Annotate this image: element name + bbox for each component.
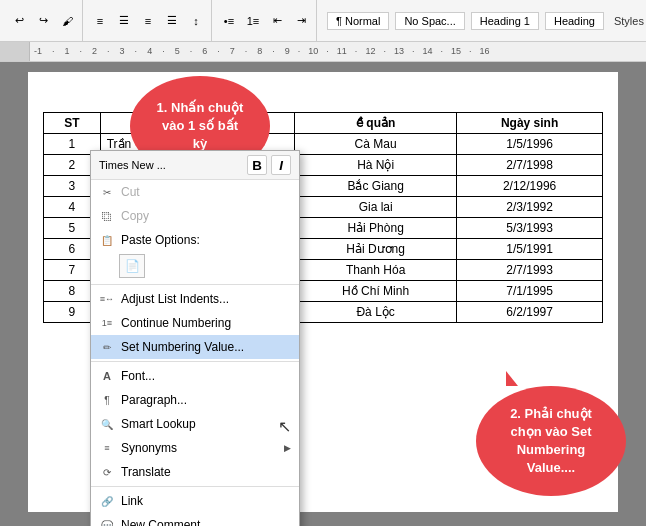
increase-indent-button[interactable]: ⇥ <box>290 10 312 32</box>
align-left-button[interactable]: ≡ <box>89 10 111 32</box>
cut-label: Cut <box>121 185 291 199</box>
paragraph-label: Paragraph... <box>121 393 291 407</box>
menu-item-synonyms[interactable]: ≡ Synonyms ▶ <box>91 436 299 460</box>
redo-button[interactable]: ↪ <box>32 10 54 32</box>
paste-options-icon: 📋 <box>99 232 115 248</box>
undo-button[interactable]: ↩ <box>8 10 30 32</box>
cell-date: 2/7/1998 <box>457 155 603 176</box>
font-name-label: Times New ... <box>99 159 243 171</box>
italic-button[interactable]: I <box>271 155 291 175</box>
cut-icon: ✂ <box>99 184 115 200</box>
cell-quan: Đà Lộc <box>295 302 457 323</box>
format-painter-button[interactable]: 🖌 <box>56 10 78 32</box>
separator-1 <box>91 284 299 285</box>
link-icon: 🔗 <box>99 493 115 509</box>
cell-quan: Thanh Hóa <box>295 260 457 281</box>
document-area: ✛ ST ề quản Ngày sinh 1 Trần Văn A... Cà… <box>0 62 646 526</box>
styles-section: ¶ Normal No Spac... Heading 1 Heading St… <box>319 12 646 30</box>
cell-quan: Hải Phòng <box>295 218 457 239</box>
callout-2: 2. Phải chuột chọn vào Set Numbering Val… <box>476 386 626 496</box>
new-comment-icon: 💬 <box>99 517 115 526</box>
cell-quan: Hồ Chí Minh <box>295 281 457 302</box>
font-label: Font... <box>121 369 291 383</box>
link-label: Link <box>121 494 291 508</box>
style-normal[interactable]: ¶ Normal <box>327 12 389 30</box>
toolbar-align-section: ≡ ☰ ≡ ☰ ↕ <box>85 0 212 41</box>
paste-sub-row: 📄 <box>91 252 299 282</box>
cell-date: 5/3/1993 <box>457 218 603 239</box>
style-heading[interactable]: Heading <box>545 12 604 30</box>
numbering-button[interactable]: 1≡ <box>242 10 264 32</box>
style-heading1[interactable]: Heading 1 <box>471 12 539 30</box>
set-numbering-icon: ✏ <box>99 339 115 355</box>
menu-item-smart-lookup[interactable]: 🔍 Smart Lookup <box>91 412 299 436</box>
menu-item-paste-options[interactable]: 📋 Paste Options: <box>91 228 299 252</box>
menu-item-translate[interactable]: ⟳ Translate <box>91 460 299 484</box>
toolbar: ↩ ↪ 🖌 ≡ ☰ ≡ ☰ ↕ •≡ 1≡ ⇤ ⇥ ¶ Normal No Sp… <box>0 0 646 42</box>
separator-3 <box>91 486 299 487</box>
cell-quan: Cà Mau <box>295 134 457 155</box>
bold-button[interactable]: B <box>247 155 267 175</box>
decrease-indent-button[interactable]: ⇤ <box>266 10 288 32</box>
styles-label: Styles <box>610 15 646 27</box>
menu-item-copy[interactable]: ⿻ Copy <box>91 204 299 228</box>
table-header-quan: ề quản <box>295 113 457 134</box>
cell-date: 1/5/1991 <box>457 239 603 260</box>
menu-item-cut[interactable]: ✂ Cut <box>91 180 299 204</box>
copy-icon: ⿻ <box>99 208 115 224</box>
smart-lookup-label: Smart Lookup <box>121 417 291 431</box>
align-right-button[interactable]: ≡ <box>137 10 159 32</box>
bullets-button[interactable]: •≡ <box>218 10 240 32</box>
new-comment-label: New Comment <box>121 518 291 526</box>
table-header-date: Ngày sinh <box>457 113 603 134</box>
line-spacing-button[interactable]: ↕ <box>185 10 207 32</box>
cell-date: 1/5/1996 <box>457 134 603 155</box>
context-menu: Times New ... B I ✂ Cut ⿻ Copy 📋 Paste O… <box>90 150 300 526</box>
menu-item-adjust-list[interactable]: ≡↔ Adjust List Indents... <box>91 287 299 311</box>
style-no-spacing[interactable]: No Spac... <box>395 12 464 30</box>
menu-item-continue-numbering[interactable]: 1≡ Continue Numbering <box>91 311 299 335</box>
menu-item-link[interactable]: 🔗 Link <box>91 489 299 513</box>
translate-icon: ⟳ <box>99 464 115 480</box>
cell-quan: Bắc Giang <box>295 176 457 197</box>
cell-date: 7/1/1995 <box>457 281 603 302</box>
synonyms-icon: ≡ <box>99 440 115 456</box>
cell-date: 2/12/1996 <box>457 176 603 197</box>
copy-label: Copy <box>121 209 291 223</box>
cell-quan: Hải Dương <box>295 239 457 260</box>
cell-date: 2/3/1992 <box>457 197 603 218</box>
continue-numbering-label: Continue Numbering <box>121 316 291 330</box>
synonyms-label: Synonyms <box>121 441 278 455</box>
separator-2 <box>91 361 299 362</box>
table-header-st: ST <box>44 113 101 134</box>
cell-date: 2/7/1993 <box>457 260 603 281</box>
menu-item-paragraph[interactable]: ¶ Paragraph... <box>91 388 299 412</box>
menu-item-set-numbering[interactable]: ✏ Set Numbering Value... <box>91 335 299 359</box>
synonyms-arrow: ▶ <box>284 443 291 453</box>
paste-sub-icon[interactable]: 📄 <box>119 254 145 278</box>
menu-item-new-comment[interactable]: 💬 New Comment <box>91 513 299 526</box>
adjust-list-icon: ≡↔ <box>99 291 115 307</box>
justify-button[interactable]: ☰ <box>161 10 183 32</box>
toolbar-undo-section: ↩ ↪ 🖌 <box>4 0 83 41</box>
paste-options-label: Paste Options: <box>121 233 291 247</box>
adjust-list-label: Adjust List Indents... <box>121 292 291 306</box>
font-icon: A <box>99 368 115 384</box>
toolbar-indent-section: •≡ 1≡ ⇤ ⇥ <box>214 0 317 41</box>
align-center-button[interactable]: ☰ <box>113 10 135 32</box>
translate-label: Translate <box>121 465 291 479</box>
continue-numbering-icon: 1≡ <box>99 315 115 331</box>
set-numbering-label: Set Numbering Value... <box>121 340 291 354</box>
menu-item-font[interactable]: A Font... <box>91 364 299 388</box>
font-bar: Times New ... B I <box>91 151 299 180</box>
cell-quan: Gia lai <box>295 197 457 218</box>
cell-date: 6/2/1997 <box>457 302 603 323</box>
paragraph-icon: ¶ <box>99 392 115 408</box>
smart-lookup-icon: 🔍 <box>99 416 115 432</box>
cell-quan: Hà Nội <box>295 155 457 176</box>
ruler: -1 · 1 · 2 · 3 · 4 · 5 · 6 · 7 · 8 · 9 ·… <box>0 42 646 62</box>
